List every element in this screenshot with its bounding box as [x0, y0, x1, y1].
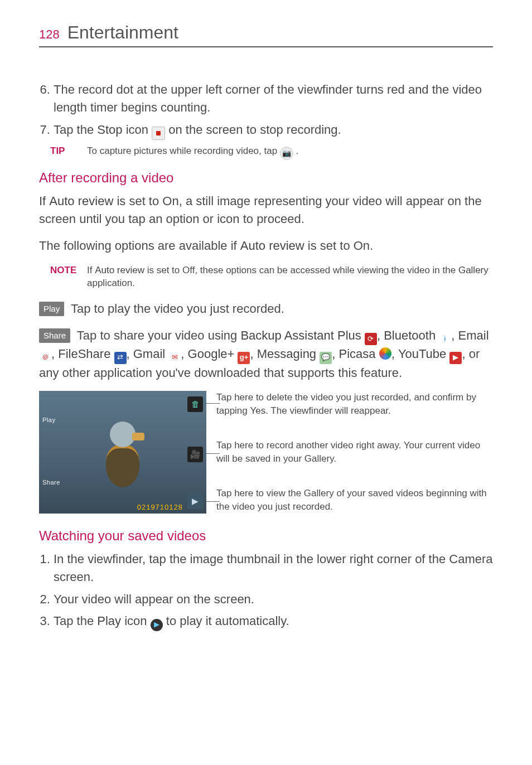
watch-step-2: Your video will appear on the screen.	[54, 590, 493, 608]
note-body: If Auto review is set to Off, these opti…	[87, 264, 493, 290]
ap2c: is set to On.	[304, 239, 374, 253]
capture-icon: 📷	[280, 147, 293, 160]
note-label: NOTE	[50, 264, 78, 290]
messaging-icon: 💬	[320, 352, 332, 364]
fileshare-icon: ⇄	[114, 352, 127, 364]
cd-b: Yes	[250, 405, 266, 416]
app-backup: Backup Assistant Plus	[240, 328, 361, 342]
app-gplus: Google+	[188, 347, 235, 361]
step-7-b: icon	[123, 123, 152, 137]
step-7-stop: Stop	[97, 123, 122, 137]
app-fileshare: FileShare	[58, 347, 110, 361]
ap1a: If	[39, 194, 49, 208]
heading-after-recording: After recording a video	[39, 170, 493, 186]
app-yt: YouTube	[398, 347, 446, 361]
video-review-screenshot: Play Share 0219710128 🗑 🎥 ▶	[39, 391, 206, 514]
shot-play-label: Play	[42, 417, 55, 423]
ws3a: Tap the	[54, 614, 97, 628]
share-line: Share Tap to share your video using Back…	[39, 327, 493, 382]
step-6: The record dot at the upper left corner …	[54, 81, 493, 117]
youtube-icon: ▶	[449, 352, 462, 364]
play-line: Play Tap to play the video you just reco…	[39, 300, 493, 318]
tip-label: TIP	[50, 144, 78, 160]
heading-watching: Watching your saved videos	[39, 528, 493, 544]
ws3b: Play	[97, 614, 121, 628]
bluetooth-icon: ᚼ	[439, 333, 451, 345]
delete-button-icon[interactable]: 🗑	[187, 396, 203, 412]
record-button-icon[interactable]: 🎥	[187, 447, 203, 462]
play-text: Tap to play the video you just recorded.	[71, 302, 284, 316]
screenshot-callouts: Tap here to delete the video you just re…	[216, 391, 493, 514]
callout-gallery: Tap here to view the Gallery of your sav…	[216, 487, 493, 514]
shot-share-label: Share	[42, 479, 60, 486]
video-thumbnail-figure	[103, 422, 142, 488]
ap2b: Auto review	[240, 239, 304, 253]
nd: Gallery	[458, 265, 489, 275]
share-tag: Share	[39, 328, 70, 343]
stop-icon	[152, 127, 165, 140]
cd-c: . The viewfinder will reappear.	[265, 405, 391, 416]
ap2a: The following options are available if	[39, 239, 240, 253]
app-picasa: Picasa	[338, 347, 375, 361]
watch-step-3: Tap the Play icon ▶ to play it automatic…	[54, 612, 493, 631]
gallery-thumbnail-button[interactable]: ▶	[187, 493, 203, 509]
step-6-text: The record dot at the upper left corner …	[54, 83, 482, 114]
nb: Auto review	[95, 265, 144, 275]
app-msg: Messaging	[257, 347, 316, 361]
page-header: 128 Entertainment	[39, 22, 493, 47]
app-bt: Bluetooth	[384, 328, 436, 342]
play-circle-icon: ▶	[151, 619, 163, 631]
callout-record: Tap here to record another video right a…	[216, 439, 493, 466]
ap1b: Auto review	[49, 194, 113, 208]
gmail-icon: ✉	[168, 352, 181, 364]
step-7-c: on the screen to stop recording.	[168, 123, 341, 137]
ws3c: icon	[121, 614, 151, 628]
tip-a: To capture pictures while recording vide…	[87, 146, 280, 156]
na: If	[87, 265, 95, 275]
play-tag: Play	[39, 302, 64, 316]
googleplus-icon: g+	[238, 352, 250, 364]
share-lead: Tap to share your video using	[77, 328, 241, 342]
nc: is set to Off, these options can be acce…	[144, 265, 458, 275]
app-gmail: Gmail	[133, 347, 165, 361]
callout-delete: Tap here to delete the video you just re…	[216, 391, 493, 418]
ne: application.	[87, 278, 135, 288]
app-email: Email	[458, 328, 489, 342]
tip-body: To capture pictures while recording vide…	[87, 144, 493, 160]
step-7: Tap the Stop icon on the screen to stop …	[54, 121, 493, 140]
tip-b: .	[296, 146, 299, 156]
watch-step-1: In the viewfinder, tap the image thumbna…	[54, 550, 493, 586]
ws3d: to play it automatically.	[166, 614, 289, 628]
section-title: Entertainment	[67, 22, 178, 43]
steps-continued: The record dot at the upper left corner …	[39, 81, 493, 140]
after-para-2: The following options are available if A…	[39, 237, 493, 255]
picasa-icon	[379, 347, 391, 360]
note-row: NOTE If Auto review is set to Off, these…	[50, 264, 493, 290]
email-icon: ＠	[39, 352, 51, 364]
shot-timestamp: 0219710128	[137, 503, 183, 511]
backup-assistant-icon: ⟳	[365, 333, 377, 345]
tip-row: TIP To capture pictures while recording …	[50, 144, 493, 160]
step-7-a: Tap the	[54, 123, 97, 137]
page-number: 128	[39, 27, 60, 42]
after-para-1: If Auto review is set to On, a still ima…	[39, 192, 493, 228]
screenshot-annotation: Play Share 0219710128 🗑 🎥 ▶ Tap here to …	[39, 391, 493, 514]
watching-steps: In the viewfinder, tap the image thumbna…	[39, 550, 493, 631]
